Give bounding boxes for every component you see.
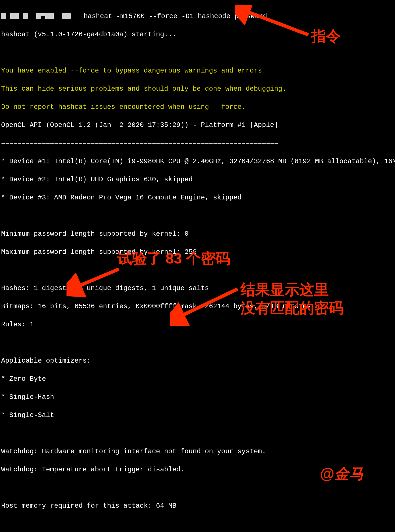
device-2: * Device #2: Intel(R) UHD Graphics 630, … (1, 175, 394, 184)
warn-3: Do not report hashcat issues encountered… (1, 103, 394, 112)
min-pw: Minimum password length supported by ker… (1, 229, 394, 239)
terminal-output: hashcat -m15700 --force -D1 hashcode pas… (0, 0, 395, 532)
opencl-line: OpenCL API (OpenCL 1.2 (Jan 2 2020 17:35… (1, 121, 394, 130)
hashes-line: Hashes: 1 digests; 1 unique digests, 1 u… (1, 284, 394, 293)
opt-3: * Single-Salt (1, 411, 394, 420)
annot-cmd-label: 指令 (311, 27, 341, 45)
hr-line: ========================================… (1, 139, 394, 148)
annot-result-line1: 结果显示这里 (241, 280, 329, 299)
rules-line: Rules: 1 (1, 320, 394, 329)
annot-author: @金马 (320, 465, 364, 483)
opt-header: Applicable optimizers: (1, 356, 394, 365)
warn-1: You have enabled --force to bypass dange… (1, 66, 394, 75)
hostmem-line: Host memory required for this attack: 64… (1, 501, 394, 510)
device-1: * Device #1: Intel(R) Core(TM) i9-9980HK… (1, 157, 394, 166)
annot-tried-label: 试验了 83 个密码 (117, 249, 230, 268)
opt-1: * Zero-Byte (1, 374, 394, 384)
cmd-text: hashcat -m15700 --force -D1 hashcode pas… (84, 12, 267, 20)
device-3: * Device #3: AMD Radeon Pro Vega 16 Comp… (1, 193, 394, 202)
warn-2: This can hide serious problems and shoul… (1, 84, 394, 93)
watchdog-1: Watchdog: Hardware monitoring interface … (1, 447, 394, 456)
opt-2: * Single-Hash (1, 393, 394, 402)
cmd-line: hashcat -m15700 --force -D1 hashcode pas… (1, 12, 394, 21)
annot-result-line2: 没有匹配的密码 (241, 299, 344, 317)
